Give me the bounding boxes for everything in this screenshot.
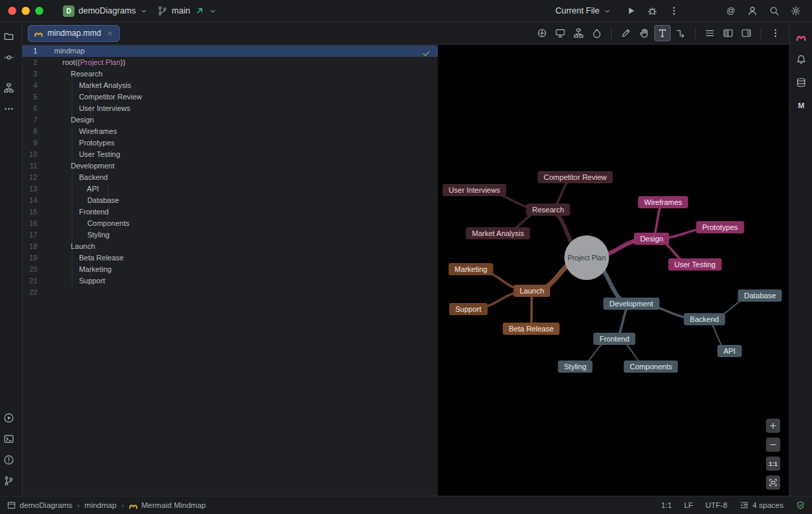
editor-line[interactable]: 12 Backend [22,172,438,183]
search-everywhere-button[interactable] [766,3,782,19]
breadcrumb-item[interactable]: mindmap [85,501,116,509]
pan-tool-button[interactable] [636,25,652,41]
run-tool-window-button[interactable] [0,409,18,427]
zoom-fit-button[interactable] [766,475,780,490]
minimize-window-button[interactable] [22,7,30,15]
notifications-button[interactable] [792,51,810,68]
fullscreen-window-button[interactable] [35,7,43,15]
code-text: Frontend [54,206,109,218]
problems-button[interactable] [0,451,18,469]
editor-line[interactable]: 22 [22,287,438,298]
breadcrumb-item[interactable]: demoDiagrams [7,500,72,510]
inspections-widget[interactable] [796,500,805,510]
line-separator-widget[interactable]: LF [684,501,693,509]
svg-text:@: @ [727,6,736,16]
editor-line[interactable]: 5 Competitor Review [22,91,438,103]
editor-line[interactable]: 16 Components [22,218,438,229]
line-number: 7 [22,114,54,126]
line-number: 6 [22,103,54,114]
settings-button[interactable] [788,3,804,19]
editor-line[interactable]: 1mindmap [22,45,438,57]
breadcrumb-icon-wrap [7,500,16,510]
editor-line[interactable]: 13 API [22,183,438,195]
file-encoding-widget[interactable]: UTF-8 [705,501,727,509]
structure-button[interactable] [0,79,18,97]
code-with-me-button[interactable] [744,3,761,19]
preview-only-view-button[interactable] [738,25,754,41]
editor-line[interactable]: 17 Styling [22,229,438,241]
editor-only-view-button[interactable] [702,25,718,41]
line-number: 16 [22,218,54,229]
editor-line[interactable]: 19 Beta Release [22,252,438,264]
mindmap-node-development: Development [604,298,660,310]
inspections-widget[interactable] [422,49,431,58]
editor-line[interactable]: 14 Database [22,195,438,206]
database-button[interactable] [792,74,810,91]
editor-line[interactable]: 11 Development [22,160,438,172]
more-tool-windows-button[interactable] [0,100,18,118]
terminal-button[interactable] [0,430,18,448]
branch-widget[interactable]: main [152,3,221,18]
editor-line[interactable]: 15 Frontend [22,206,438,218]
breadcrumb-label: Mermaid Mindmap [141,501,206,509]
maven-button[interactable]: M [792,97,810,114]
editor-line[interactable]: 20 Marketing [22,264,438,275]
caret-position-widget[interactable]: 1:1 [661,501,672,509]
version-control-button[interactable] [0,472,18,490]
editor-line[interactable]: 3 Research [22,68,438,80]
line-number: 13 [22,183,54,195]
code-text: API [54,183,99,195]
mindmap-node-styling: Styling [558,360,592,373]
error-icon [3,454,14,465]
fill-color-button[interactable] [589,25,605,41]
edit-tool-button[interactable] [618,25,634,41]
editor-line[interactable]: 9 Prototypes [22,137,438,149]
connector-tool-button[interactable] [673,25,689,41]
run-button[interactable] [623,3,639,19]
split-view-button[interactable] [720,25,736,41]
tab-close-button[interactable] [106,30,114,37]
breadcrumb-item[interactable]: Mermaid Mindmap [129,500,206,510]
line-number: 17 [22,229,54,241]
run-config-selector[interactable]: Current File [551,4,616,18]
zoom-tool-button[interactable] [534,25,550,41]
line-number: 14 [22,195,54,206]
presentation-mode-button[interactable] [552,25,568,41]
ai-assistant-button[interactable]: @ [723,3,739,19]
zoom-reset-button[interactable]: 1:1 [766,457,780,471]
auto-layout-button[interactable] [570,25,587,41]
ellipsis-h-icon [3,103,14,114]
more-actions-button[interactable] [666,3,682,19]
editor-line[interactable]: 10 User Testing [22,149,438,160]
zoom-out-button[interactable] [766,438,780,452]
mermaid-preview[interactable]: Project PlanResearchMarket AnalysisCompe… [438,45,789,496]
mermaid-preview-button[interactable] [792,28,810,45]
folder-icon [3,31,14,42]
code-editor[interactable]: 1mindmap2 root((Project Plan))3 Research… [22,45,438,496]
editor-line[interactable]: 18 Launch [22,241,438,252]
fill-color-icon [591,28,602,39]
editor-line[interactable]: 21 Support [22,275,438,287]
editor-line[interactable]: 2 root((Project Plan)) [22,57,438,68]
more-options-button[interactable] [767,25,784,41]
close-window-button[interactable] [8,7,16,15]
mindmap-node-user-testing: User Testing [669,258,722,271]
text-tool-button[interactable] [654,25,671,41]
project-widget[interactable]: D demoDiagrams [58,3,152,19]
editor-line[interactable]: 8 Wireframes [22,126,438,137]
commit-button[interactable] [0,49,18,66]
mindmap-node-market-analysis: Market Analysis [466,227,530,239]
editor-line[interactable]: 7 Design [22,114,438,126]
editor-line[interactable]: 6 User Interviews [22,103,438,114]
tab-mindmap.mmd[interactable]: mindmap.mmd [28,25,120,42]
project-button[interactable] [0,28,18,45]
debug-button[interactable] [644,3,660,19]
tab-label: mindmap.mmd [47,28,101,38]
list-icon [704,28,715,39]
zoom-in-button[interactable] [766,419,780,433]
line-number: 2 [22,57,54,68]
indent-style-widget[interactable]: 4 spaces [740,500,784,510]
breadcrumb-icon-wrap [129,500,138,510]
chevron-down-icon-wrap [209,7,217,15]
editor-line[interactable]: 4 Market Analysis [22,80,438,91]
